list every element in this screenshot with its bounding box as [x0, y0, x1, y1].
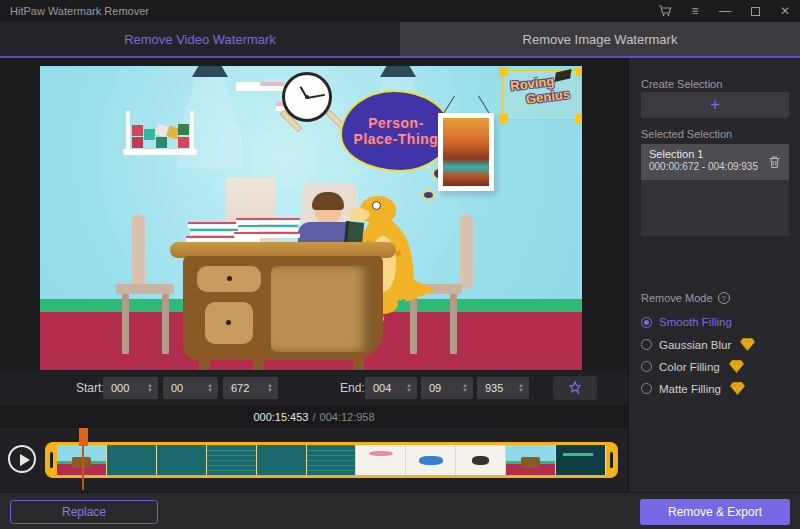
- mode-color-filling[interactable]: Color Filling: [641, 360, 744, 373]
- footer-bar: Replace Remove & Export: [0, 492, 800, 529]
- filmstrip-thumbnail[interactable]: [307, 445, 357, 475]
- radio-icon: [641, 339, 652, 350]
- watermark-selection-box[interactable]: Roving Genius: [502, 70, 582, 120]
- total-time: 004:12:958: [320, 411, 375, 423]
- desk-panel: [271, 266, 371, 352]
- time-separator: /: [312, 411, 315, 423]
- filmstrip-thumbnail[interactable]: [356, 445, 406, 475]
- trim-handle-left[interactable]: [50, 452, 53, 468]
- maximize-box: [751, 7, 760, 16]
- desk-drawer: [197, 266, 261, 292]
- tab-remove-image-watermark[interactable]: Remove Image Watermark: [400, 22, 800, 56]
- selection-handle-top-right[interactable]: [576, 67, 582, 76]
- premium-gem-icon: [740, 338, 755, 351]
- start-label: Start:: [76, 381, 105, 395]
- left-chair-seat: [116, 284, 174, 294]
- trim-handle-right[interactable]: [610, 452, 613, 468]
- maximize-icon[interactable]: [740, 0, 770, 22]
- selection-handle-bottom-right[interactable]: [576, 114, 582, 123]
- preview-pane: Person- Place-Thing: [0, 58, 628, 371]
- right-chair-leg: [410, 294, 417, 354]
- delete-selection-icon[interactable]: [768, 155, 781, 173]
- desk-body: [183, 256, 383, 360]
- mode-label: Smooth Filling: [659, 316, 732, 328]
- mode-label: Matte Filling: [659, 383, 721, 395]
- right-chair-leg: [450, 294, 457, 354]
- radio-icon: [641, 361, 652, 372]
- filmstrip-thumbnail[interactable]: [406, 445, 456, 475]
- dinosaur-eye: [372, 201, 381, 210]
- current-time: 000:15:453: [253, 411, 308, 423]
- book-stack: [186, 216, 306, 244]
- start-milliseconds-spinner[interactable]: 672▲▼: [223, 377, 278, 399]
- mode-label: Gaussian Blur: [659, 339, 731, 351]
- help-icon[interactable]: ?: [718, 292, 730, 304]
- menu-icon[interactable]: ≡: [680, 0, 710, 22]
- selection-handle-bottom-left[interactable]: [499, 114, 508, 123]
- playhead-marker[interactable]: [79, 428, 88, 446]
- thought-bubble-trail: [422, 190, 435, 200]
- app-window: HitPaw Watermark Remover ≡ — ✕ Remove Vi…: [0, 0, 800, 529]
- filmstrip[interactable]: [45, 442, 618, 478]
- play-button[interactable]: [8, 445, 36, 473]
- selection-list: Selection 1 000:00:672 - 004:09:935: [641, 144, 789, 236]
- premium-gem-icon: [729, 360, 744, 373]
- filmstrip-thumbnail[interactable]: [207, 445, 257, 475]
- thought-bubble-text: Place-Thing: [354, 131, 439, 147]
- filmstrip-thumbnail[interactable]: [506, 445, 556, 475]
- mode-gaussian-blur[interactable]: Gaussian Blur: [641, 338, 755, 351]
- selection-name: Selection 1: [649, 148, 781, 160]
- playhead-line: [82, 446, 84, 490]
- desk-drawer: [205, 302, 253, 344]
- remove-mode-header: Remove Mode ?: [641, 292, 730, 304]
- selection-time-range: 000:00:672 - 004:09:935: [649, 161, 781, 172]
- filmstrip-thumbnail[interactable]: [157, 445, 207, 475]
- play-icon: [20, 454, 30, 466]
- mode-label: Color Filling: [659, 361, 720, 373]
- canyon-art: [443, 118, 489, 186]
- time-display: 000:15:453 / 004:12:958: [0, 405, 628, 428]
- window-title: HitPaw Watermark Remover: [0, 5, 149, 17]
- filmstrip-thumbnail[interactable]: [107, 445, 157, 475]
- selection-handle-top-left[interactable]: [499, 67, 508, 76]
- ceiling-lamp: [380, 66, 416, 77]
- thought-bubble-text: Person-: [368, 115, 424, 131]
- remove-export-button[interactable]: Remove & Export: [640, 499, 790, 525]
- create-selection-button[interactable]: +: [641, 92, 789, 118]
- end-milliseconds-spinner[interactable]: 935▲▼: [477, 377, 529, 399]
- selected-selection-label: Selected Selection: [641, 128, 732, 140]
- thought-bubble: Person- Place-Thing: [340, 90, 452, 172]
- minimize-icon[interactable]: —: [710, 0, 740, 22]
- end-seconds-spinner[interactable]: 09▲▼: [421, 377, 473, 399]
- start-seconds-spinner[interactable]: 00▲▼: [163, 377, 218, 399]
- close-icon[interactable]: ✕: [770, 0, 800, 22]
- start-minutes-spinner[interactable]: 000▲▼: [103, 377, 158, 399]
- plus-icon: +: [710, 95, 720, 115]
- ceiling-lamp: [192, 66, 228, 77]
- filmstrip-thumbnail[interactable]: [556, 445, 606, 475]
- video-preview[interactable]: Person- Place-Thing: [40, 66, 582, 370]
- radio-icon: [641, 317, 652, 328]
- stair-shelf: [236, 74, 284, 91]
- filmstrip-thumbnail[interactable]: [257, 445, 307, 475]
- dinosaur-snout: [348, 208, 370, 221]
- picture-frame: [438, 113, 494, 191]
- mode-matte-filling[interactable]: Matte Filling: [641, 382, 745, 395]
- create-selection-label: Create Selection: [641, 78, 722, 90]
- apply-selection-button[interactable]: [553, 376, 597, 400]
- boy-hair: [312, 192, 344, 210]
- store-cart-icon[interactable]: [650, 0, 680, 22]
- tab-bar: Remove Video Watermark Remove Image Wate…: [0, 22, 800, 58]
- left-chair-leg: [122, 294, 129, 354]
- replace-button[interactable]: Replace: [10, 500, 158, 524]
- tab-remove-video-watermark[interactable]: Remove Video Watermark: [0, 22, 400, 56]
- selection-list-item[interactable]: Selection 1 000:00:672 - 004:09:935: [641, 144, 789, 180]
- left-chair-leg: [162, 294, 169, 354]
- mode-smooth-filling[interactable]: Smooth Filling: [641, 316, 732, 328]
- filmstrip-thumbnail[interactable]: [456, 445, 506, 475]
- end-minutes-spinner[interactable]: 004▲▼: [365, 377, 417, 399]
- left-chair-back: [132, 214, 145, 290]
- magic-select-icon: [567, 380, 583, 396]
- filmstrip-thumbnails: [57, 445, 606, 475]
- trim-controls: Start: 000▲▼ 00▲▼ 672▲▼ End: 004▲▼ 09▲▼ …: [0, 371, 628, 405]
